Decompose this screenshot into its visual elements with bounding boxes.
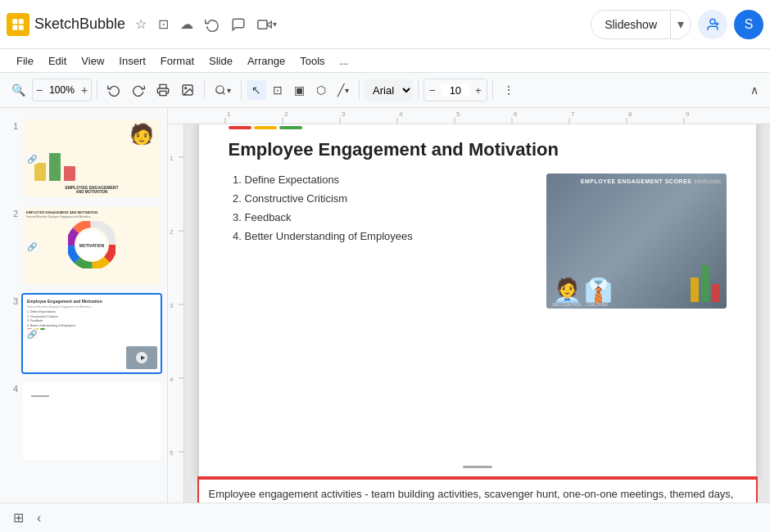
- svg-text:4: 4: [399, 110, 403, 118]
- toolbar-right: Slideshow ▾ S: [591, 10, 763, 39]
- grid-view-button[interactable]: ⊞: [10, 507, 27, 529]
- canvas-area: Employee Engagement and Motivation Defin…: [184, 124, 770, 503]
- accent-bar: [229, 126, 727, 129]
- avatar[interactable]: S: [734, 10, 763, 39]
- menu-view[interactable]: View: [75, 53, 111, 69]
- slide-number-4: 4: [5, 381, 21, 394]
- cloud-button[interactable]: ☁: [177, 13, 197, 35]
- search-button[interactable]: 🔍: [7, 80, 30, 100]
- print-button[interactable]: [152, 80, 174, 100]
- ruler-horizontal: 1 2 3 4 5 6 7 8 9: [168, 108, 770, 124]
- svg-marker-4: [267, 21, 271, 28]
- page-indicator: [463, 466, 492, 468]
- menu-tools[interactable]: Tools: [293, 53, 331, 69]
- slide-number-1: 1: [5, 118, 21, 131]
- menu-insert[interactable]: Insert: [112, 53, 152, 69]
- menu-more[interactable]: ...: [333, 53, 356, 69]
- bottom-bar: ⊞ ‹: [0, 503, 770, 532]
- svg-rect-2: [12, 25, 17, 29]
- svg-rect-1: [19, 19, 24, 24]
- menu-arrange[interactable]: Arrange: [241, 53, 292, 69]
- slide-thumb-2[interactable]: EMPLOYEE ENGAGEMENT AND MOTIVATION Featu…: [21, 205, 162, 286]
- menu-edit[interactable]: Edit: [42, 53, 73, 69]
- svg-text:MOTIVATION: MOTIVATION: [79, 243, 105, 248]
- slide-item-2[interactable]: 2 EMPLOYEE ENGAGEMENT AND MOTIVATION Fea…: [0, 202, 167, 290]
- svg-text:3: 3: [342, 110, 346, 118]
- slide-item-4[interactable]: 4: [0, 377, 167, 465]
- image-button[interactable]: [176, 80, 199, 100]
- list-item-4: Better Understanding of Employees: [245, 230, 527, 242]
- undo-button[interactable]: [102, 80, 125, 100]
- svg-rect-3: [19, 25, 24, 29]
- zoom-plus-button[interactable]: +: [78, 83, 91, 97]
- divider5: [418, 80, 419, 100]
- font-size-area: − +: [424, 79, 487, 101]
- circle-button[interactable]: ⬡: [311, 80, 331, 100]
- svg-line-13: [223, 92, 225, 95]
- zoom-dropdown-button[interactable]: ▾: [210, 81, 236, 99]
- slide-number-3: 3: [5, 293, 21, 306]
- list-item-2: Constructive Criticism: [245, 192, 527, 205]
- drive-button[interactable]: ⊡: [155, 13, 172, 35]
- video-watermark: infoBubble: [694, 178, 721, 184]
- ruler-vertical: 1 2 3 4 5: [168, 124, 184, 503]
- shape-insert-button[interactable]: ▣: [289, 80, 310, 100]
- menu-slide[interactable]: Slide: [202, 53, 239, 69]
- menu-format[interactable]: Format: [154, 53, 201, 69]
- redo-button[interactable]: [127, 80, 150, 100]
- more-options-button[interactable]: ⋮: [498, 80, 519, 100]
- camera-button[interactable]: ▾: [254, 14, 280, 35]
- top-bar: SketchBubble ☆ ⊡ ☁ ▾ Slideshow ▾ S: [0, 0, 770, 49]
- slide-link-icon-1: 🔗: [26, 153, 38, 164]
- app-icon: [7, 13, 29, 36]
- slideshow-label[interactable]: Slideshow: [591, 11, 670, 38]
- svg-text:8: 8: [628, 110, 632, 118]
- slideshow-button[interactable]: Slideshow ▾: [591, 10, 691, 39]
- slide-item-1[interactable]: 1 🧑 EMPLOYEE ENGAGEMENT AND MOTIVATION 🔗: [0, 115, 167, 202]
- collapse-toolbar-button[interactable]: ∧: [745, 80, 763, 100]
- font-size-minus[interactable]: −: [424, 79, 441, 101]
- slideshow-dropdown-arrow[interactable]: ▾: [670, 11, 691, 38]
- slide-canvas: Employee Engagement and Motivation Defin…: [199, 124, 756, 478]
- svg-text:1: 1: [170, 155, 174, 162]
- slide-number-2: 2: [5, 205, 21, 219]
- menu-file[interactable]: File: [10, 53, 40, 69]
- star-button[interactable]: ☆: [132, 13, 150, 35]
- notes-area[interactable]: Employee engagement activities - team bu…: [199, 478, 756, 503]
- slide-thumb-4[interactable]: [21, 381, 162, 462]
- notes-text[interactable]: Employee engagement activities - team bu…: [209, 488, 734, 503]
- svg-text:3: 3: [170, 302, 174, 309]
- slide-link-icon-3: 🔗: [26, 328, 38, 339]
- font-size-plus[interactable]: +: [470, 79, 487, 101]
- toolbar: 🔍 − 100% + ▾ ↖ ⊡ ▣ ⬡ ╱ ▾ Arial − + ⋮ ∧: [0, 72, 770, 108]
- svg-text:1: 1: [227, 110, 231, 118]
- font-size-input[interactable]: [441, 84, 470, 97]
- cursor-button[interactable]: ↖: [247, 80, 266, 100]
- user-add-button[interactable]: [698, 10, 727, 39]
- slide-panel: 1 🧑 EMPLOYEE ENGAGEMENT AND MOTIVATION 🔗: [0, 108, 168, 503]
- accent-red: [229, 126, 251, 129]
- divider2: [204, 80, 205, 100]
- slide-thumb-1[interactable]: 🧑 EMPLOYEE ENGAGEMENT AND MOTIVATION 🔗: [21, 118, 162, 199]
- list-item-3: Feedback: [245, 211, 527, 223]
- divider1: [97, 80, 97, 100]
- line-button[interactable]: ╱ ▾: [333, 80, 354, 100]
- zoom-minus-button[interactable]: −: [33, 83, 46, 97]
- svg-point-6: [710, 19, 715, 24]
- accent-yellow: [254, 126, 277, 129]
- slide-content: Define Expectations Constructive Critici…: [229, 174, 727, 453]
- font-select[interactable]: Arial: [365, 79, 413, 101]
- svg-rect-5: [258, 20, 267, 29]
- slide-thumb-3[interactable]: Employee Engagement and Motivation Featu…: [21, 293, 162, 374]
- svg-text:2: 2: [284, 110, 288, 118]
- slide-item-3[interactable]: 3 Employee Engagement and Motivation Fea…: [0, 290, 167, 377]
- svg-point-11: [185, 88, 187, 89]
- chat-button[interactable]: [228, 14, 249, 35]
- svg-text:4: 4: [170, 376, 174, 383]
- ruler-area: 1 2 3 4 5 6 7 8 9: [168, 108, 770, 503]
- select-button[interactable]: ⊡: [268, 80, 288, 100]
- slide-video[interactable]: 🧑‍💼 👔 EMPLOYEE ENGAGEMENT SCORES RECOGNI…: [546, 174, 727, 309]
- svg-point-12: [216, 86, 224, 93]
- history-button[interactable]: [202, 14, 223, 35]
- collapse-panel-button[interactable]: ‹: [34, 507, 44, 529]
